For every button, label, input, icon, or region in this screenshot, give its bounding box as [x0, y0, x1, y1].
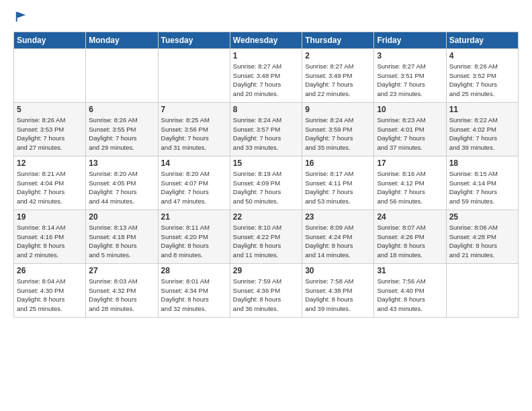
- day-detail: Sunrise: 8:14 AM Sunset: 4:16 PM Dayligh…: [17, 223, 83, 260]
- day-number: 28: [161, 266, 227, 275]
- calendar-cell: 31Sunrise: 7:56 AM Sunset: 4:40 PM Dayli…: [374, 263, 446, 317]
- day-number: 13: [89, 158, 154, 168]
- day-detail: Sunrise: 8:09 AM Sunset: 4:24 PM Dayligh…: [305, 223, 371, 260]
- day-detail: Sunrise: 8:21 AM Sunset: 4:04 PM Dayligh…: [17, 169, 83, 206]
- calendar-cell: 16Sunrise: 8:17 AM Sunset: 4:11 PM Dayli…: [302, 156, 374, 210]
- day-detail: Sunrise: 8:04 AM Sunset: 4:30 PM Dayligh…: [17, 277, 83, 314]
- day-number: 23: [305, 212, 371, 222]
- calendar-cell: 19Sunrise: 8:14 AM Sunset: 4:16 PM Dayli…: [14, 210, 86, 263]
- calendar-cell: 27Sunrise: 8:03 AM Sunset: 4:32 PM Dayli…: [86, 263, 158, 317]
- header-row: SundayMondayTuesdayWednesdayThursdayFrid…: [14, 32, 519, 48]
- day-number: 27: [89, 266, 154, 275]
- calendar-cell: 2Sunrise: 8:27 AM Sunset: 3:49 PM Daylig…: [302, 48, 374, 102]
- day-detail: Sunrise: 8:24 AM Sunset: 3:59 PM Dayligh…: [305, 116, 371, 152]
- week-row-3: 19Sunrise: 8:14 AM Sunset: 4:16 PM Dayli…: [14, 210, 519, 263]
- day-number: 6: [89, 105, 154, 114]
- header-monday: Monday: [86, 32, 158, 48]
- day-detail: Sunrise: 7:56 AM Sunset: 4:40 PM Dayligh…: [377, 277, 443, 314]
- logo-flag-icon: [15, 11, 27, 23]
- day-detail: Sunrise: 8:24 AM Sunset: 3:57 PM Dayligh…: [233, 116, 299, 152]
- page: SundayMondayTuesdayWednesdayThursdayFrid…: [0, 0, 532, 324]
- day-number: 2: [305, 51, 371, 60]
- day-detail: Sunrise: 8:26 AM Sunset: 3:53 PM Dayligh…: [17, 116, 83, 152]
- day-detail: Sunrise: 8:26 AM Sunset: 3:52 PM Dayligh…: [449, 62, 515, 99]
- day-number: 21: [161, 212, 227, 222]
- day-number: 20: [89, 212, 154, 222]
- day-detail: Sunrise: 7:58 AM Sunset: 4:38 PM Dayligh…: [305, 277, 371, 314]
- calendar-cell: 7Sunrise: 8:25 AM Sunset: 3:56 PM Daylig…: [158, 102, 230, 156]
- day-detail: Sunrise: 8:25 AM Sunset: 3:56 PM Dayligh…: [161, 116, 227, 152]
- day-number: 5: [17, 105, 83, 114]
- calendar-cell: [158, 48, 230, 102]
- calendar-cell: 14Sunrise: 8:20 AM Sunset: 4:07 PM Dayli…: [158, 156, 230, 210]
- logo: [13, 11, 27, 26]
- day-number: 7: [161, 105, 227, 114]
- calendar-cell: 18Sunrise: 8:15 AM Sunset: 4:14 PM Dayli…: [446, 156, 518, 210]
- day-detail: Sunrise: 8:20 AM Sunset: 4:07 PM Dayligh…: [161, 169, 227, 206]
- week-row-0: 1Sunrise: 8:27 AM Sunset: 3:48 PM Daylig…: [14, 48, 519, 102]
- day-number: 3: [377, 51, 443, 60]
- day-detail: Sunrise: 8:27 AM Sunset: 3:48 PM Dayligh…: [233, 62, 299, 99]
- calendar-cell: 21Sunrise: 8:11 AM Sunset: 4:20 PM Dayli…: [158, 210, 230, 263]
- day-number: 19: [17, 212, 83, 222]
- day-detail: Sunrise: 8:23 AM Sunset: 4:01 PM Dayligh…: [377, 116, 443, 152]
- header: [13, 11, 519, 26]
- calendar-cell: 17Sunrise: 8:16 AM Sunset: 4:12 PM Dayli…: [374, 156, 446, 210]
- day-number: 8: [233, 105, 299, 114]
- day-detail: Sunrise: 8:15 AM Sunset: 4:14 PM Dayligh…: [449, 169, 515, 206]
- day-number: 18: [449, 158, 515, 168]
- header-tuesday: Tuesday: [158, 32, 230, 48]
- header-friday: Friday: [374, 32, 446, 48]
- day-detail: Sunrise: 8:03 AM Sunset: 4:32 PM Dayligh…: [89, 277, 154, 314]
- calendar-cell: 1Sunrise: 8:27 AM Sunset: 3:48 PM Daylig…: [230, 48, 302, 102]
- calendar-cell: 23Sunrise: 8:09 AM Sunset: 4:24 PM Dayli…: [302, 210, 374, 263]
- day-number: 26: [17, 266, 83, 275]
- calendar-table: SundayMondayTuesdayWednesdayThursdayFrid…: [13, 32, 519, 318]
- day-number: 11: [449, 105, 515, 114]
- calendar-cell: 8Sunrise: 8:24 AM Sunset: 3:57 PM Daylig…: [230, 102, 302, 156]
- day-detail: Sunrise: 8:27 AM Sunset: 3:49 PM Dayligh…: [305, 62, 371, 99]
- day-number: 4: [449, 51, 515, 60]
- day-detail: Sunrise: 8:17 AM Sunset: 4:11 PM Dayligh…: [305, 169, 371, 206]
- day-number: 1: [233, 51, 299, 60]
- day-detail: Sunrise: 8:06 AM Sunset: 4:28 PM Dayligh…: [449, 223, 515, 260]
- day-detail: Sunrise: 8:10 AM Sunset: 4:22 PM Dayligh…: [233, 223, 299, 260]
- day-detail: Sunrise: 8:19 AM Sunset: 4:09 PM Dayligh…: [233, 169, 299, 206]
- day-number: 16: [305, 158, 371, 168]
- day-number: 22: [233, 212, 299, 222]
- calendar-cell: [86, 48, 158, 102]
- header-thursday: Thursday: [302, 32, 374, 48]
- calendar-cell: 15Sunrise: 8:19 AM Sunset: 4:09 PM Dayli…: [230, 156, 302, 210]
- day-number: 17: [377, 158, 443, 168]
- week-row-4: 26Sunrise: 8:04 AM Sunset: 4:30 PM Dayli…: [14, 263, 519, 317]
- day-number: 9: [305, 105, 371, 114]
- day-number: 15: [233, 158, 299, 168]
- calendar-cell: 20Sunrise: 8:13 AM Sunset: 4:18 PM Dayli…: [86, 210, 158, 263]
- day-number: 29: [233, 266, 299, 275]
- calendar-cell: [446, 263, 518, 317]
- calendar-cell: 24Sunrise: 8:07 AM Sunset: 4:26 PM Dayli…: [374, 210, 446, 263]
- calendar-cell: [14, 48, 86, 102]
- day-number: 14: [161, 158, 227, 168]
- week-row-2: 12Sunrise: 8:21 AM Sunset: 4:04 PM Dayli…: [14, 156, 519, 210]
- day-detail: Sunrise: 7:59 AM Sunset: 4:36 PM Dayligh…: [233, 277, 299, 314]
- calendar-cell: 10Sunrise: 8:23 AM Sunset: 4:01 PM Dayli…: [374, 102, 446, 156]
- day-detail: Sunrise: 8:13 AM Sunset: 4:18 PM Dayligh…: [89, 223, 154, 260]
- day-detail: Sunrise: 8:07 AM Sunset: 4:26 PM Dayligh…: [377, 223, 443, 260]
- day-number: 25: [449, 212, 515, 222]
- header-sunday: Sunday: [14, 32, 86, 48]
- svg-marker-0: [16, 12, 26, 21]
- calendar-cell: 22Sunrise: 8:10 AM Sunset: 4:22 PM Dayli…: [230, 210, 302, 263]
- calendar-cell: 13Sunrise: 8:20 AM Sunset: 4:05 PM Dayli…: [86, 156, 158, 210]
- day-detail: Sunrise: 8:20 AM Sunset: 4:05 PM Dayligh…: [89, 169, 154, 206]
- day-number: 31: [377, 266, 443, 275]
- week-row-1: 5Sunrise: 8:26 AM Sunset: 3:53 PM Daylig…: [14, 102, 519, 156]
- calendar-cell: 26Sunrise: 8:04 AM Sunset: 4:30 PM Dayli…: [14, 263, 86, 317]
- calendar-cell: 3Sunrise: 8:27 AM Sunset: 3:51 PM Daylig…: [374, 48, 446, 102]
- day-number: 10: [377, 105, 443, 114]
- calendar-cell: 11Sunrise: 8:22 AM Sunset: 4:02 PM Dayli…: [446, 102, 518, 156]
- day-number: 30: [305, 266, 371, 275]
- calendar-cell: 4Sunrise: 8:26 AM Sunset: 3:52 PM Daylig…: [446, 48, 518, 102]
- calendar-cell: 25Sunrise: 8:06 AM Sunset: 4:28 PM Dayli…: [446, 210, 518, 263]
- calendar-cell: 28Sunrise: 8:01 AM Sunset: 4:34 PM Dayli…: [158, 263, 230, 317]
